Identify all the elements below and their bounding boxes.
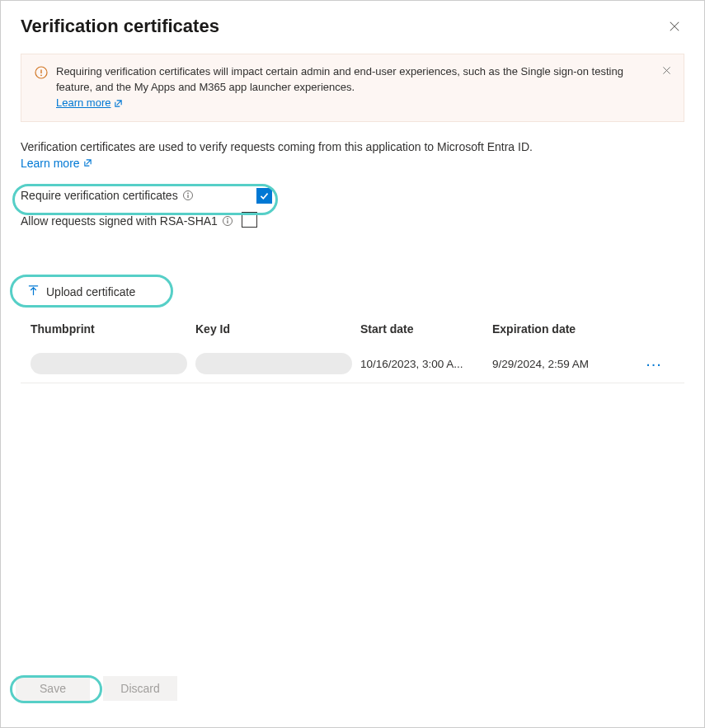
allow-sha1-label: Allow requests signed with RSA-SHA1 <box>21 214 218 228</box>
description-text: Verification certificates are used to ve… <box>21 140 684 153</box>
info-icon[interactable] <box>222 215 233 227</box>
th-key-id[interactable]: Key Id <box>195 322 360 336</box>
allow-sha1-checkbox[interactable] <box>242 212 257 228</box>
expiration-date-value: 9/29/2024, 2:59 AM <box>492 358 633 370</box>
banner-text: Requiring verification certificates will… <box>56 65 623 93</box>
key-id-value <box>195 353 352 374</box>
info-warning-icon <box>35 66 48 82</box>
checkmark-icon <box>259 190 270 201</box>
start-date-value: 10/16/2023, 3:00 A... <box>360 358 492 370</box>
require-certs-checkbox[interactable] <box>256 188 272 204</box>
table-row[interactable]: 10/16/2023, 3:00 A... 9/29/2024, 2:59 AM… <box>21 345 684 383</box>
upload-icon <box>27 284 40 299</box>
warning-banner: Requiring verification certificates will… <box>21 54 684 122</box>
description-learn-more-label: Learn more <box>21 157 80 170</box>
certificates-table: Thumbprint Key Id Start date Expiration … <box>21 322 684 383</box>
close-icon <box>669 21 680 32</box>
external-link-icon <box>114 99 123 108</box>
info-icon[interactable] <box>182 190 194 201</box>
save-button[interactable]: Save <box>16 676 90 701</box>
close-icon <box>662 66 671 75</box>
thumbprint-value <box>31 353 187 374</box>
svg-point-2 <box>40 74 42 76</box>
th-thumbprint[interactable]: Thumbprint <box>31 322 195 336</box>
discard-button[interactable]: Discard <box>103 676 177 701</box>
th-start-date[interactable]: Start date <box>360 322 492 336</box>
banner-learn-more-label: Learn more <box>56 96 110 111</box>
banner-learn-more-link[interactable]: Learn more <box>56 96 123 111</box>
description-learn-more-link[interactable]: Learn more <box>21 157 92 170</box>
page-title: Verification certificates <box>21 16 219 37</box>
upload-certificate-label: Upload certificate <box>46 285 135 298</box>
svg-point-7 <box>227 218 228 219</box>
svg-point-4 <box>187 193 189 195</box>
upload-certificate-button[interactable]: Upload certificate <box>27 279 135 304</box>
th-expiration-date[interactable]: Expiration date <box>492 322 633 336</box>
row-more-button[interactable]: ··· <box>633 355 674 373</box>
require-certs-label: Require verification certificates <box>21 189 178 202</box>
external-link-icon <box>83 158 92 167</box>
more-icon: ··· <box>646 355 662 373</box>
banner-dismiss-button[interactable] <box>659 63 674 77</box>
close-button[interactable] <box>665 16 684 36</box>
